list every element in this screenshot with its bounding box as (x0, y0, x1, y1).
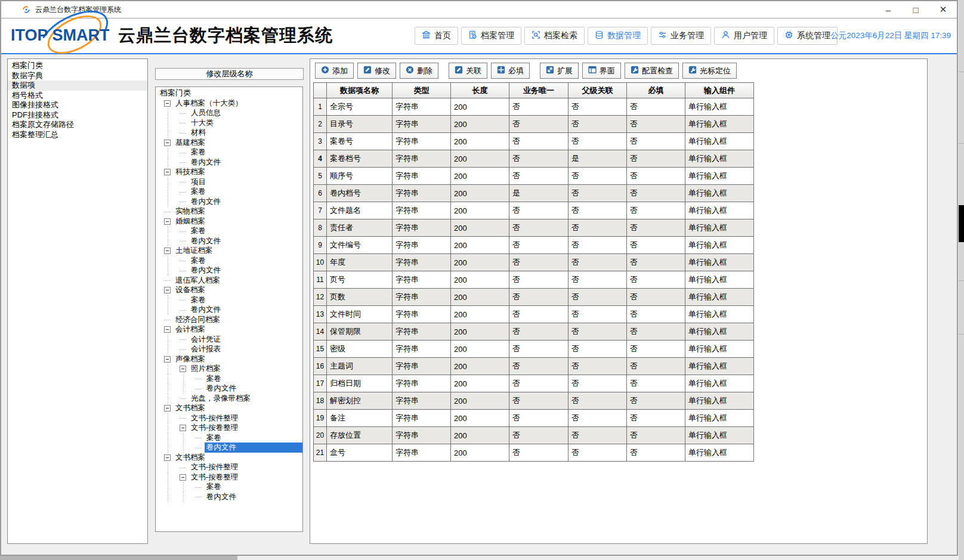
tree-node[interactable]: 人事档案（十大类） (156, 98, 302, 109)
table-row[interactable]: 18解密划控字符串200否否否单行输入框 (314, 392, 754, 410)
table-row[interactable]: 13文件时间字符串200否否否单行输入框 (314, 306, 754, 323)
tree-node[interactable]: 文书-按卷整理 (156, 423, 302, 434)
collapse-minus-icon[interactable] (164, 218, 171, 225)
tree-node[interactable]: 实物档案 (156, 207, 302, 217)
tree-node[interactable]: 基建档案 (156, 138, 302, 148)
tree-root-label[interactable]: 档案门类 (156, 87, 302, 98)
tree-node[interactable]: 人员信息 (156, 109, 302, 119)
table-row[interactable]: 12页数字符串200否否否单行输入框 (314, 289, 754, 306)
tree-node[interactable]: 土地证档案 (156, 246, 302, 256)
tree-node[interactable]: 声像档案 (156, 354, 302, 364)
table-row[interactable]: 7文件题名字符串200否否否单行输入框 (314, 202, 754, 219)
column-header[interactable]: 数据项名称 (327, 83, 393, 98)
sidebar-item[interactable]: 档案整理汇总 (8, 130, 147, 140)
minimize-button[interactable]: – (875, 1, 902, 18)
tree-node[interactable]: 案卷 (156, 148, 302, 158)
toolbar-button[interactable]: 关联 (449, 63, 487, 79)
row-number[interactable]: 16 (314, 358, 327, 375)
table-row[interactable]: 2目录号字符串200否否否单行输入框 (314, 116, 754, 133)
tree-node[interactable]: 光盘，录像带档案 (156, 394, 302, 404)
tree-node[interactable]: 卷内文件 (156, 157, 302, 168)
column-header[interactable]: 输入组件 (685, 83, 754, 98)
table-row[interactable]: 5顺序号字符串200否否否单行输入框 (314, 168, 754, 185)
row-number[interactable]: 6 (314, 185, 327, 202)
row-number[interactable]: 13 (314, 306, 327, 323)
row-number[interactable]: 2 (314, 116, 327, 133)
row-number[interactable]: 21 (314, 444, 327, 462)
collapse-minus-icon[interactable] (164, 247, 171, 254)
collapse-minus-icon[interactable] (164, 140, 171, 146)
tree-node[interactable]: 照片档案 (156, 364, 302, 375)
tree-node[interactable]: 项目 (156, 177, 302, 187)
row-number[interactable]: 15 (314, 341, 327, 358)
nav-button[interactable]: 档案管理 (461, 27, 521, 45)
toolbar-button[interactable]: 修改 (357, 63, 396, 79)
column-header[interactable]: 必填 (627, 83, 685, 98)
nav-button[interactable]: 首页 (415, 27, 458, 45)
row-number[interactable]: 17 (314, 375, 327, 392)
table-row[interactable]: 1全宗号字符串200否否否单行输入框 (314, 98, 754, 116)
tree-node[interactable]: 卷内文件 (156, 236, 302, 246)
close-button[interactable]: ✕ (929, 1, 957, 18)
collapse-minus-icon[interactable] (164, 356, 171, 363)
sidebar-item[interactable]: 图像挂接格式 (8, 100, 147, 110)
table-row[interactable]: 14保管期限字符串200否否否单行输入框 (314, 323, 754, 341)
nav-button[interactable]: 系统管理 (777, 27, 838, 45)
nav-button[interactable]: 用户管理 (714, 27, 774, 45)
table-row[interactable]: 19备注字符串200否否否单行输入框 (314, 410, 754, 427)
tree-node[interactable]: 卷内文件 (156, 443, 302, 453)
table-row[interactable]: 10年度字符串200否否否单行输入框 (314, 254, 754, 271)
nav-button[interactable]: 业务管理 (651, 27, 711, 45)
tree-node[interactable]: 十大类 (156, 118, 302, 128)
tree-node[interactable]: 案卷 (156, 433, 302, 443)
maximize-button[interactable]: □ (902, 1, 929, 18)
sidebar-item[interactable]: PDF挂接格式 (8, 110, 147, 120)
tree-node[interactable]: 文书档案 (156, 453, 302, 463)
tree-node[interactable]: 案卷 (156, 374, 302, 384)
row-number[interactable]: 9 (314, 237, 327, 254)
collapse-minus-icon[interactable] (164, 287, 171, 293)
sidebar-item[interactable]: 档案原文存储路径 (8, 120, 147, 130)
row-number[interactable]: 18 (314, 392, 327, 410)
tree-node[interactable]: 卷内文件 (156, 197, 302, 207)
tree-node[interactable]: 案卷 (156, 295, 302, 305)
collapse-minus-icon[interactable] (180, 474, 186, 481)
nav-button[interactable]: 数据管理 (588, 27, 648, 45)
column-header[interactable]: 父级关联 (568, 83, 627, 98)
tree-node[interactable]: 会计档案 (156, 325, 302, 335)
tree-node[interactable]: 设备档案 (156, 286, 302, 296)
tree-node[interactable]: 卷内文件 (156, 266, 302, 276)
row-number[interactable]: 7 (314, 202, 327, 219)
rename-level-button[interactable]: 修改层级名称 (155, 68, 304, 80)
toolbar-button[interactable]: 界面 (582, 63, 621, 79)
table-row[interactable]: 20存放位置字符串200否否否单行输入框 (314, 427, 754, 444)
collapse-minus-icon[interactable] (164, 405, 171, 412)
collapse-minus-icon[interactable] (164, 326, 171, 333)
tree-node[interactable]: 婚姻档案 (156, 216, 302, 227)
table-row[interactable]: 3案卷号字符串200否否否单行输入框 (314, 133, 754, 150)
table-row[interactable]: 21盒号字符串200否否否单行输入框 (314, 444, 754, 462)
column-header[interactable]: 类型 (393, 83, 451, 98)
tree-node[interactable]: 科技档案 (156, 168, 302, 178)
column-header[interactable]: 长度 (451, 83, 509, 98)
row-number[interactable]: 12 (314, 289, 327, 306)
tree-node[interactable]: 卷内文件 (156, 492, 302, 502)
table-row[interactable]: 8责任者字符串200否否否单行输入框 (314, 219, 754, 237)
row-number[interactable]: 3 (314, 133, 327, 150)
table-row[interactable]: 16主题词字符串200否否否单行输入框 (314, 358, 754, 375)
table-row[interactable]: 17归档日期字符串200否否否单行输入框 (314, 375, 754, 392)
tree-node[interactable]: 卷内文件 (156, 305, 302, 315)
toolbar-button[interactable]: 光标定位 (682, 63, 737, 79)
row-number[interactable]: 20 (314, 427, 327, 444)
sidebar-item[interactable]: 档案门类 (8, 61, 147, 71)
tree-node[interactable]: 会计凭证 (156, 335, 302, 345)
tree-node[interactable]: 案卷 (156, 187, 302, 197)
table-row[interactable]: 9文件编号字符串200否否否单行输入框 (314, 237, 754, 254)
table-row[interactable]: 15密级字符串200否否否单行输入框 (314, 341, 754, 358)
tree-node[interactable]: 文书-按卷整理 (156, 472, 302, 482)
row-number[interactable]: 14 (314, 323, 327, 341)
tree-node[interactable]: 经济合同档案 (156, 315, 302, 325)
toolbar-button[interactable]: 添加 (315, 63, 354, 79)
tree-node[interactable]: 案卷 (156, 227, 302, 237)
toolbar-button[interactable]: 扩展 (540, 63, 579, 79)
